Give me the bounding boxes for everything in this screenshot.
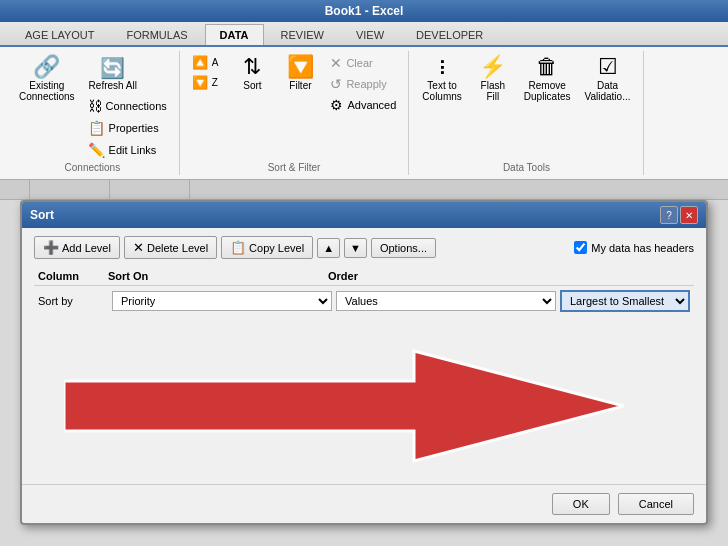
properties-icon: 📋 (88, 120, 105, 136)
reapply-button[interactable]: ↺ Reapply (326, 74, 400, 94)
clear-button[interactable]: ✕ Clear (326, 53, 400, 73)
sort-az-button[interactable]: 🔼 A (188, 53, 223, 72)
tab-page-layout[interactable]: AGE LAYOUT (10, 24, 109, 45)
add-level-button[interactable]: ➕ Add Level (34, 236, 120, 259)
dialog-title-bar: Sort ? ✕ (22, 202, 706, 228)
ribbon-tabs: AGE LAYOUT FORMULAS DATA REVIEW VIEW DEV… (0, 22, 728, 47)
arrow-area (34, 316, 694, 476)
sort-az-icon: 🔼 (192, 55, 208, 70)
sort-grid-header: Column Sort On Order (34, 267, 694, 286)
existing-connections-label: Existing Connections (19, 80, 75, 102)
clear-icon: ✕ (330, 55, 342, 71)
red-arrow-graphic (64, 326, 624, 476)
tab-review[interactable]: REVIEW (266, 24, 339, 45)
existing-connections-icon: 🔗 (33, 56, 60, 78)
tab-data[interactable]: DATA (205, 24, 264, 45)
filter-label: Filter (289, 80, 311, 91)
add-level-icon: ➕ (43, 240, 59, 255)
text-to-columns-label: Text to Columns (422, 80, 461, 102)
refresh-icon: 🔄 (100, 56, 125, 80)
delete-level-button[interactable]: ✕ Delete Level (124, 236, 217, 259)
sort-za-button[interactable]: 🔽 Z (188, 73, 223, 92)
sort-filter-items: 🔼 A 🔽 Z ⇅ Sort 🔽 Filter (188, 53, 401, 160)
connections-items: 🔗 Existing Connections 🔄 Refresh All ⛓ C… (14, 53, 171, 160)
filter-icon: 🔽 (287, 56, 314, 78)
flash-fill-label: Flash Fill (481, 80, 505, 102)
data-validation-button[interactable]: ☑ Data Validatio... (580, 53, 636, 105)
move-down-button[interactable]: ▼ (344, 238, 367, 258)
order-select[interactable]: Largest to Smallest (560, 290, 690, 312)
ribbon-group-data-tools: ⫶ Text to Columns ⚡ Flash Fill 🗑 Remove … (409, 51, 644, 175)
order-select-wrapper: Largest to Smallest (560, 290, 690, 312)
main-area: Sort ? ✕ ➕ Add Level (0, 180, 728, 546)
refresh-all-button[interactable]: 🔄 Refresh All (84, 53, 171, 94)
remove-duplicates-label: Remove Duplicates (524, 80, 571, 102)
dialog-close-button[interactable]: ✕ (680, 206, 698, 224)
column-select[interactable]: Priority (112, 291, 332, 311)
sort-on-header: Sort On (108, 270, 328, 282)
ok-button[interactable]: OK (552, 493, 610, 515)
edit-links-icon: ✏️ (88, 142, 105, 158)
copy-level-button[interactable]: 📋 Copy Level (221, 236, 313, 259)
sort-label: Sort (243, 80, 261, 91)
ribbon-content: 🔗 Existing Connections 🔄 Refresh All ⛓ C… (0, 47, 728, 179)
data-tools-group-label: Data Tools (503, 162, 550, 173)
refresh-label: Refresh All (89, 80, 137, 91)
sort-by-label: Sort by (38, 295, 108, 307)
my-data-has-headers-checkbox[interactable] (574, 241, 587, 254)
ribbon-group-connections: 🔗 Existing Connections 🔄 Refresh All ⛓ C… (6, 51, 180, 175)
sort-grid-row: Sort by Priority Values Largest to Small… (34, 286, 694, 316)
flash-fill-button[interactable]: ⚡ Flash Fill (471, 53, 515, 105)
sort-za-icon: 🔽 (192, 75, 208, 90)
flash-fill-icon: ⚡ (479, 56, 506, 78)
edit-links-button[interactable]: ✏️ Edit Links (84, 140, 171, 160)
existing-connections-button[interactable]: 🔗 Existing Connections (14, 53, 80, 105)
copy-level-icon: 📋 (230, 240, 246, 255)
sort-button[interactable]: ⇅ Sort (230, 53, 274, 94)
ribbon-group-sort-filter: 🔼 A 🔽 Z ⇅ Sort 🔽 Filter (180, 51, 410, 175)
connections-button[interactable]: ⛓ Connections (84, 96, 171, 116)
window-title: Book1 - Excel (325, 4, 404, 18)
advanced-button[interactable]: ⚙ Advanced (326, 95, 400, 115)
dialog-title: Sort (30, 208, 54, 222)
sort-filter-group-label: Sort & Filter (268, 162, 321, 173)
header-checkbox-area: My data has headers (574, 241, 694, 254)
ribbon: AGE LAYOUT FORMULAS DATA REVIEW VIEW DEV… (0, 22, 728, 180)
dialog-title-buttons: ? ✕ (660, 206, 698, 224)
dialog-help-button[interactable]: ? (660, 206, 678, 224)
sort-icon: ⇅ (243, 56, 261, 78)
reapply-icon: ↺ (330, 76, 342, 92)
connections-group-label: Connections (65, 162, 121, 173)
properties-button[interactable]: 📋 Properties (84, 118, 171, 138)
advanced-icon: ⚙ (330, 97, 343, 113)
text-to-columns-icon: ⫶ (437, 56, 448, 78)
data-validation-label: Data Validatio... (585, 80, 631, 102)
tab-developer[interactable]: DEVELOPER (401, 24, 498, 45)
order-header: Order (328, 270, 548, 282)
remove-duplicates-icon: 🗑 (536, 56, 558, 78)
data-validation-icon: ☑ (598, 56, 618, 78)
sort-on-select[interactable]: Values (336, 291, 556, 311)
title-bar: Book1 - Excel (0, 0, 728, 22)
connections-small-icon: ⛓ (88, 98, 102, 114)
remove-duplicates-button[interactable]: 🗑 Remove Duplicates (519, 53, 576, 105)
filter-button[interactable]: 🔽 Filter (278, 53, 322, 94)
dialog-footer: OK Cancel (22, 484, 706, 523)
delete-level-icon: ✕ (133, 240, 144, 255)
options-button[interactable]: Options... (371, 238, 436, 258)
move-up-button[interactable]: ▲ (317, 238, 340, 258)
cancel-button[interactable]: Cancel (618, 493, 694, 515)
dialog-toolbar: ➕ Add Level ✕ Delete Level 📋 Copy Level … (34, 236, 694, 259)
tab-view[interactable]: VIEW (341, 24, 399, 45)
svg-marker-0 (64, 351, 624, 461)
my-data-has-headers-label: My data has headers (591, 242, 694, 254)
column-header: Column (38, 270, 108, 282)
text-to-columns-button[interactable]: ⫶ Text to Columns (417, 53, 466, 105)
dialog-body: ➕ Add Level ✕ Delete Level 📋 Copy Level … (22, 228, 706, 484)
data-tools-items: ⫶ Text to Columns ⚡ Flash Fill 🗑 Remove … (417, 53, 635, 160)
tab-formulas[interactable]: FORMULAS (111, 24, 202, 45)
dialog-overlay: Sort ? ✕ ➕ Add Level (0, 180, 728, 546)
sort-dialog: Sort ? ✕ ➕ Add Level (20, 200, 708, 525)
